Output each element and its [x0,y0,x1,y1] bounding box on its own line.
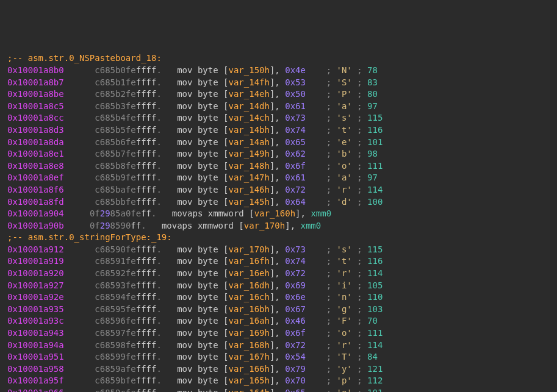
address: 0x10001a8b0 [7,65,64,75]
char-literal: 's' [337,113,352,123]
hex-bytes-hl: ffff [136,316,157,326]
hex-bytes: c685b7fe [95,149,135,159]
disassembly-listing: ;-- asm.str.0_NSPasteboard_18:0x10001a8b… [7,52,550,392]
comment-semi: ; [357,173,367,182]
comment-semi: ; [357,113,367,123]
comment-semi: ; [326,185,337,194]
variable: var_16ch [228,292,269,302]
hex-bytes: c68595fe [95,304,135,314]
asm-line: 0x10001a958 c6859afeffff. mov byte [var_… [7,363,550,376]
comment-semi: ; [357,185,367,194]
bracket: ], [270,256,285,266]
hex-suffix: . [156,316,161,326]
address: 0x10001a904 [7,208,64,218]
mnemonic: mov byte [177,376,223,385]
mnemonic: mov byte [177,268,223,278]
decimal-value: 114 [367,268,383,278]
variable: var_16ah [228,316,269,326]
variable: var_149h [228,149,269,159]
hex-bytes: 85a0fe [110,208,142,218]
address: 0x10001a8e8 [7,161,64,171]
mnemonic: mov byte [177,328,223,338]
asm-line: 0x10001a8b7 c685b1feffff. mov byte [var_… [7,77,550,89]
hex-bytes: c685b1fe [95,77,135,87]
bracket: ], [270,185,285,194]
bracket: ], [270,376,285,385]
comment-semi: ; [357,364,367,374]
comment-semi: ; [357,256,367,266]
asm-line: 0x10001a95f c6859bfeffff. mov byte [var_… [7,375,550,387]
char-literal: 'p' [337,376,352,385]
hex-bytes: c6859bfe [95,376,135,385]
comment-semi: ; [357,376,367,385]
hex-suffix: . [156,65,161,75]
asm-line: 0x10001a927 c68593feffff. mov byte [var_… [7,280,550,292]
decimal-value: 70 [367,316,378,326]
comment-semi: ; [326,101,337,111]
comment-semi: ; [326,65,337,75]
mnemonic: mov byte [177,197,223,207]
address: 0x10001a8e1 [7,149,64,159]
mnemonic: mov byte [177,352,223,362]
comment-semi: ; [326,328,337,338]
mnemonic: mov byte [177,364,223,374]
hex-bytes-hl: 29 [100,208,110,218]
hex-value: 0x4e [285,65,306,75]
hex-value: 0x72 [285,185,306,194]
hex-suffix: . [156,125,161,135]
asm-line: 0x10001a8e1 c685b7feffff. mov byte [var_… [7,148,550,160]
hex-bytes: c68594fe [95,292,135,302]
mnemonic: mov byte [177,280,223,290]
hex-suffix: . [141,221,146,230]
hex-bytes-hl: ffff [136,77,157,87]
hex-bytes: c68592fe [95,268,135,278]
register: xmm0 [311,208,331,218]
variable: var_169h [228,328,269,338]
char-literal: 't' [337,256,352,266]
hex-bytes: c6859cfe [95,388,135,392]
bracket: ], [270,268,285,278]
hex-suffix: . [156,364,161,374]
variable: var_164h [228,388,269,392]
comment-semi: ; [357,161,367,171]
hex-suffix: . [156,268,161,278]
hex-bytes-hl: ffff [136,340,157,350]
comment-semi: ; [357,292,367,302]
asm-line: 0x10001a94a c68598feffff. mov byte [var_… [7,340,550,352]
hex-bytes: c685b0fe [95,65,135,75]
address: 0x10001a951 [7,352,64,362]
hex-value: 0x72 [285,340,306,350]
address: 0x10001a920 [7,268,64,278]
bracket: ], [270,352,285,362]
hex-value: 0x65 [285,388,306,392]
hex-bytes-hl: ffff [136,244,157,254]
comment-semi: ; [357,244,367,254]
bracket: ], [270,173,285,182]
char-literal: 'r' [337,340,352,350]
asm-line: 0x10001a93c c68596feffff. mov byte [var_… [7,315,550,327]
char-literal: 'd' [337,197,352,207]
decimal-value: 121 [367,364,383,374]
hex-bytes: c68590fe [95,244,135,254]
decimal-value: 103 [367,304,383,314]
comment-semi: ; [326,197,337,207]
address: 0x10001a92e [7,292,64,302]
hex-suffix: . [156,197,161,207]
hex-value: 0x62 [285,149,306,159]
comment-semi: ; [326,364,337,374]
asm-line: 0x10001a92e c68594feffff. mov byte [var_… [7,291,550,304]
comment-semi: ; [357,197,367,207]
hex-bytes: c68596fe [95,316,135,326]
hex-bytes: c68597fe [95,328,135,338]
comment-semi: ; [357,89,367,99]
comment-semi: ; [326,125,337,135]
hex-suffix: . [156,292,161,302]
decimal-value: 115 [367,113,383,123]
hex-bytes-hl: ffff [136,280,157,290]
comment-semi: ; [357,304,367,314]
hex-value: 0x79 [285,364,306,374]
mnemonic: movaps xmmword [172,208,249,218]
hex-value: 0x61 [285,101,306,111]
comment-semi: ; [326,388,337,392]
variable: var_146h [228,185,269,194]
